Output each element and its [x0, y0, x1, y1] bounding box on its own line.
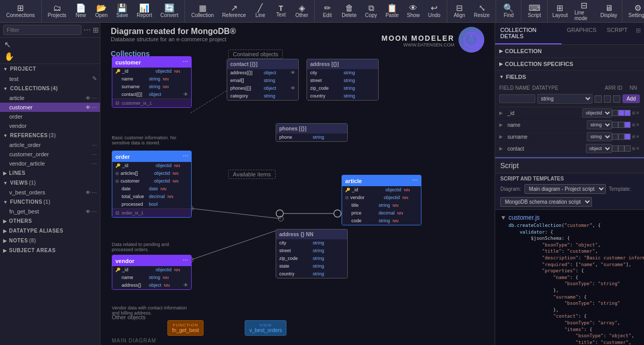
sidebar-item-fn-get-best[interactable]: fn_get_best 👁 ⋯: [0, 207, 100, 216]
projects-button[interactable]: 🗂 Projects: [45, 3, 70, 20]
field-id-nn-cb[interactable]: [624, 110, 631, 116]
contact-address-eye[interactable]: 👁: [291, 70, 295, 75]
order-header[interactable]: order ⋯: [112, 151, 191, 162]
field-row-surname[interactable]: ▶ surname string ⊕ ✕: [499, 131, 640, 143]
article-collection-box[interactable]: article ⋯ 🔑 _id objectid NN ⊟ vendor obj…: [342, 175, 421, 225]
field-expand-surname[interactable]: ▶: [499, 134, 505, 139]
article-menu-icon[interactable]: ⋯: [412, 177, 418, 184]
collection-specifics-header[interactable]: ▶ COLLECTION SPECIFICS: [495, 58, 644, 70]
v-best-orders-more-icon[interactable]: ⋯: [92, 190, 97, 195]
filter-options-icon[interactable]: ⋯: [83, 26, 91, 34]
customer-more-icon[interactable]: ⋯: [92, 105, 97, 110]
field-id-arr-cb[interactable]: [612, 110, 618, 116]
article-eye-icon[interactable]: 👁: [86, 95, 91, 101]
field-expand-name[interactable]: ▶: [499, 122, 505, 127]
contact-embedded-box[interactable]: contact [{}] address[{}] object 👁 email[…: [227, 59, 299, 101]
arrow-tool[interactable]: ↖: [4, 40, 96, 50]
sidebar-item-customer[interactable]: customer 👁 ⋯: [0, 103, 100, 112]
sidebar-item-v-best-orders[interactable]: v_best_orders 👁 ⋯: [0, 188, 100, 197]
phones-embedded-box[interactable]: phones [{}] phone string: [276, 123, 348, 142]
field-contact-arr-cb[interactable]: [612, 145, 618, 152]
lines-header[interactable]: ▶ LINES: [0, 168, 100, 178]
field-surname-id-cb[interactable]: [618, 134, 624, 140]
field-name-id-cb[interactable]: [618, 122, 624, 128]
find-button[interactable]: 🔍 Find: [499, 3, 518, 20]
order-menu-icon[interactable]: ⋯: [182, 153, 188, 160]
vendor-menu-icon[interactable]: ⋯: [182, 257, 188, 264]
vendor-header[interactable]: vendor ⋯: [112, 255, 191, 266]
show-button[interactable]: 👁 Show: [404, 3, 423, 20]
settings-button[interactable]: ⚙ Settings: [625, 3, 644, 20]
customer-header[interactable]: customer ⋯: [112, 57, 191, 68]
article-more-icon[interactable]: ⋯: [92, 95, 97, 101]
delete-button[interactable]: 🗑 Delete: [338, 3, 360, 20]
article-order-more-icon[interactable]: ⋯: [92, 142, 97, 148]
references-header[interactable]: ▼ REFERENCES (3): [0, 130, 100, 140]
add-field-button[interactable]: Add: [622, 94, 640, 103]
new-field-name-input[interactable]: [499, 94, 535, 103]
sidebar-item-vendor-article[interactable]: vendor_article ⋯: [0, 159, 100, 168]
undo-button[interactable]: ↩ Undo: [425, 3, 444, 20]
customer-order-more-icon[interactable]: ⋯: [92, 152, 97, 157]
sidebar-toggle-icon[interactable]: ⊞: [93, 26, 99, 34]
v-best-orders-eye-icon[interactable]: 👁: [86, 190, 91, 195]
sidebar-item-article-order[interactable]: article_order ⋯: [0, 140, 100, 150]
fn-get-best-eye-icon[interactable]: 👁: [86, 209, 91, 215]
collection-section-header[interactable]: ▶ COLLECTION: [495, 45, 644, 57]
open-button[interactable]: 📂 Open: [92, 3, 111, 20]
save-button[interactable]: 💾 Save: [113, 3, 131, 20]
line-button[interactable]: ╱ Line: [251, 3, 269, 20]
canvas[interactable]: MOON MODELER WWW.DATENSEN.COM Diagram cr…: [100, 23, 495, 345]
collection-button[interactable]: ▦ Collection: [188, 3, 217, 20]
field-surname-delete-icon[interactable]: ✕: [636, 134, 640, 139]
fields-section-header[interactable]: ▼ FIELDS: [495, 71, 644, 83]
diagram-select[interactable]: Main diagram - Project script: [524, 184, 606, 194]
vendor-article-more-icon[interactable]: ⋯: [92, 161, 97, 167]
field-row-name[interactable]: ▶ name string ⊕ ✕: [499, 119, 640, 131]
fn-get-best-more-icon[interactable]: ⋯: [92, 209, 97, 215]
field-name-arr-cb[interactable]: [612, 122, 618, 128]
customer-collection-box[interactable]: customer ⋯ 🔑 _id objectid NN name string…: [112, 56, 192, 108]
address-vendor-embedded-box[interactable]: address {} NN city string street string …: [276, 229, 348, 278]
contact-eye-icon[interactable]: 👁: [183, 92, 188, 97]
hand-tool[interactable]: ✋: [4, 52, 96, 61]
field-row-contact[interactable]: ▶ contact object ⊕ ✕: [499, 143, 640, 155]
customer-eye-icon[interactable]: 👁: [86, 105, 91, 110]
field-contact-nn-cb[interactable]: [624, 145, 631, 152]
other-button[interactable]: ◈ Other: [292, 3, 311, 20]
sidebar-item-article[interactable]: article 👁 ⋯: [0, 93, 100, 103]
field-expand-contact[interactable]: ▶: [499, 146, 505, 151]
field-id-copy-icon[interactable]: ⊕: [632, 110, 636, 116]
vendor-collection-box[interactable]: vendor ⋯ 🔑 _id objectid NN name string N…: [112, 255, 192, 290]
template-select[interactable]: MongoDB schema creation script: [500, 197, 592, 207]
field-contact-id-cb[interactable]: [618, 145, 624, 152]
paste-button[interactable]: 📋 Paste: [382, 3, 402, 20]
vendor-address-eye-icon[interactable]: 👁: [183, 283, 188, 288]
edit-button[interactable]: ✏ Edit: [318, 3, 336, 20]
field-contact-copy-icon[interactable]: ⊕: [632, 146, 636, 151]
field-name-copy-icon[interactable]: ⊕: [632, 122, 636, 127]
v-best-orders-box[interactable]: VIEW v_best_orders: [245, 320, 286, 336]
linemode-button[interactable]: ⊟ Line mode: [571, 0, 597, 23]
text-button[interactable]: T Text: [272, 3, 290, 19]
field-name-delete-icon[interactable]: ✕: [636, 122, 640, 127]
field-expand-id[interactable]: ▶: [499, 110, 505, 116]
script-tree-customer[interactable]: ▼ customer.js: [500, 213, 639, 222]
project-section-header[interactable]: ▼ PROJECT: [0, 64, 100, 74]
new-button[interactable]: 📄 New: [72, 3, 90, 20]
align-button[interactable]: ⊟ Align: [450, 3, 469, 20]
contact-phones-eye[interactable]: 👁: [291, 86, 295, 91]
others-header[interactable]: ▶ OTHERS: [0, 216, 100, 226]
collections-header[interactable]: ▼ COLLECTIONS (4): [0, 84, 100, 93]
filter-input[interactable]: [3, 25, 81, 35]
layout-button[interactable]: ⊞ Layout: [551, 3, 569, 20]
order-collection-box[interactable]: order ⋯ 🔑 _id objectid NN ⊟ articles[] o…: [112, 151, 192, 218]
functions-header[interactable]: ▼ FUNCTIONS (1): [0, 197, 100, 207]
sidebar-item-order[interactable]: order: [0, 112, 100, 121]
new-field-arr-cb[interactable]: [595, 95, 602, 103]
field-id-delete-icon[interactable]: ✕: [636, 110, 640, 116]
tab-collection-details[interactable]: COLLECTION DETAILS: [495, 23, 562, 44]
customer-index[interactable]: ⊟ customer_ix_1: [112, 98, 191, 107]
tab-graphics[interactable]: GRAPHICS: [562, 23, 601, 44]
convert-button[interactable]: 🔄 Convert: [157, 3, 181, 20]
